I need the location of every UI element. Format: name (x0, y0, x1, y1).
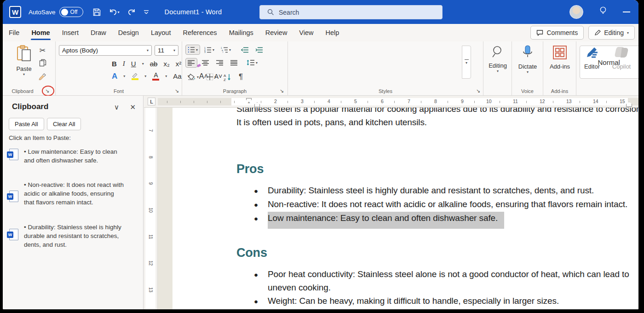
bullets-button[interactable]: ▾ (186, 45, 200, 54)
line-spacing-button[interactable]: ▾ (245, 58, 259, 67)
ruler-number: 13 (566, 99, 572, 104)
copy-button[interactable] (39, 59, 46, 69)
addins-label: Add-ins (547, 63, 573, 70)
cut-button[interactable]: ✂ (40, 46, 46, 55)
tab-file[interactable]: File (3, 24, 25, 41)
tab-layout[interactable]: Layout (145, 24, 177, 41)
paste-button[interactable]: Paste ▾ (11, 45, 37, 76)
superscript-button[interactable]: x² (176, 60, 182, 68)
paste-all-button[interactable]: Paste All (9, 118, 44, 130)
show-hide-pilcrow-button[interactable]: ¶ (237, 71, 245, 83)
styles-gallery-more-button[interactable]: ▾ (462, 46, 471, 79)
autosave-control[interactable]: AutoSave Off (29, 7, 83, 17)
borders-icon (206, 73, 213, 81)
cons-heading[interactable]: Cons (236, 246, 267, 260)
tab-insert[interactable]: Insert (56, 24, 85, 41)
tab-home[interactable]: Home (25, 24, 56, 41)
customize-quick-access-button[interactable] (144, 9, 149, 15)
save-button[interactable] (92, 8, 101, 17)
tab-design[interactable]: Design (112, 24, 145, 41)
clipboard-item[interactable]: • Non-reactive: It does not react with a… (6, 179, 139, 209)
search-input[interactable]: Search (259, 5, 443, 19)
tab-help[interactable]: Help (320, 24, 345, 41)
tab-references[interactable]: References (177, 24, 223, 41)
selected-text[interactable]: Low maintenance: Easy to clean and often… (268, 212, 504, 229)
sort-button[interactable]: AZ (222, 72, 233, 82)
bullet-marker: ● (254, 294, 268, 308)
voice-group-label: Voice (512, 88, 543, 94)
pros-heading[interactable]: Pros (236, 162, 264, 176)
justify-button[interactable] (229, 58, 240, 67)
clear-all-button[interactable]: Clear All (47, 118, 81, 130)
tab-review[interactable]: Review (259, 24, 293, 41)
line-spacing-icon (247, 59, 255, 66)
font-color-a: A (154, 72, 158, 78)
editing-mode-button[interactable]: Editing ▾ (588, 26, 635, 40)
comment-bubble-icon (536, 29, 543, 36)
paste-dropdown-icon[interactable]: ▾ (11, 72, 37, 76)
styles-dialog-launcher[interactable]: ↘ (476, 88, 480, 94)
bullet-item-selected[interactable]: ● Low maintenance: Easy to clean and oft… (254, 211, 638, 225)
title-bar: W AutoSave Off ▾ Document1 - Word Search (3, 0, 638, 24)
undo-button[interactable]: ▾ (109, 8, 120, 16)
comments-button[interactable]: Comments (530, 26, 584, 40)
minimize-button[interactable] (623, 12, 630, 12)
clipboard-dialog-launcher[interactable]: ↘ (45, 88, 49, 94)
paragraph-dialog-launcher[interactable]: ↘ (280, 88, 284, 94)
document-title: Document1 - Word (165, 8, 222, 16)
gallery-more-bar (465, 59, 469, 60)
tab-draw[interactable]: Draw (85, 24, 112, 41)
decrease-indent-button[interactable] (239, 46, 251, 54)
multilevel-list-button[interactable]: 1ai ▾ (219, 45, 233, 54)
account-avatar[interactable] (569, 5, 583, 19)
align-center-button[interactable] (200, 58, 211, 67)
font-size-combo[interactable]: 11▾ (155, 45, 178, 56)
page[interactable]: Stainless steel is a popular material fo… (172, 96, 638, 309)
horizontal-ruler[interactable]: L 1 2 3 4 5 6 7 8 9 10 11 12 13 14 15 (144, 96, 638, 108)
underline-dropdown-icon[interactable]: ▾ (142, 62, 144, 66)
numbering-button[interactable]: 123 ▾ (202, 45, 216, 54)
ruler-number: 11 (148, 233, 153, 241)
tab-view[interactable]: View (293, 24, 319, 41)
bold-button[interactable]: B (112, 60, 117, 68)
font-color-button[interactable]: A (152, 72, 159, 81)
editing-menu-button[interactable]: Editing ▾ (486, 45, 509, 73)
copilot-icon (614, 45, 629, 60)
bullet-item[interactable]: ● Durability: Stainless steel is highly … (254, 184, 638, 197)
underline-button[interactable]: U (131, 60, 136, 68)
align-right-button[interactable] (214, 58, 225, 67)
tell-me-lightbulb-icon[interactable] (599, 6, 607, 18)
bullet-item[interactable]: ● Weight: Can be heavy, making it diffic… (254, 294, 638, 308)
change-case-button[interactable]: Aa (173, 72, 181, 80)
borders-button[interactable]: ▾ (204, 72, 218, 82)
format-painter-button[interactable] (39, 73, 46, 82)
autosave-toggle[interactable]: Off (59, 7, 83, 17)
clipboard-item[interactable]: • Durability: Stainless steel is highly … (6, 221, 139, 251)
tab-mailings[interactable]: Mailings (223, 24, 259, 41)
ruler-number: 10 (486, 99, 492, 104)
pane-close-icon[interactable]: ✕ (130, 103, 136, 111)
copilot-button[interactable]: Copilot (608, 45, 635, 70)
addins-button[interactable]: Add-ins (547, 45, 573, 70)
editor-button[interactable]: Editor (579, 45, 605, 70)
subscript-button[interactable]: x₂ (163, 60, 169, 68)
increase-indent-button[interactable] (253, 46, 265, 54)
bullet-item[interactable]: ● Non-reactive: It does not react with a… (254, 197, 638, 211)
tab-selector[interactable]: L (148, 98, 155, 105)
text-effects-button[interactable]: A (112, 72, 117, 80)
font-name-combo[interactable]: Aptos (Body)▾ (59, 45, 152, 56)
redo-button[interactable] (127, 8, 136, 16)
word-app-icon[interactable]: W (9, 6, 21, 18)
highlight-color-button[interactable] (131, 72, 138, 80)
align-left-button[interactable] (186, 58, 197, 67)
font-dialog-launcher[interactable]: ↘ (175, 88, 179, 94)
dictate-button[interactable]: Dictate ▾ (515, 45, 540, 74)
pane-chevron-down-icon[interactable]: ∨ (114, 103, 119, 111)
paste-clipboard-icon (16, 45, 32, 63)
clipboard-item[interactable]: • Low maintenance: Easy to clean and oft… (6, 145, 139, 167)
strikethrough-button[interactable]: ab (150, 60, 158, 68)
shading-button[interactable]: ▾ (186, 72, 201, 82)
italic-button[interactable]: I (123, 60, 125, 68)
bullet-item[interactable]: ● Poor heat conductivity: Stainless stee… (254, 267, 638, 294)
vertical-ruler[interactable]: 7 8 9 10 11 12 13 14 (144, 108, 158, 309)
